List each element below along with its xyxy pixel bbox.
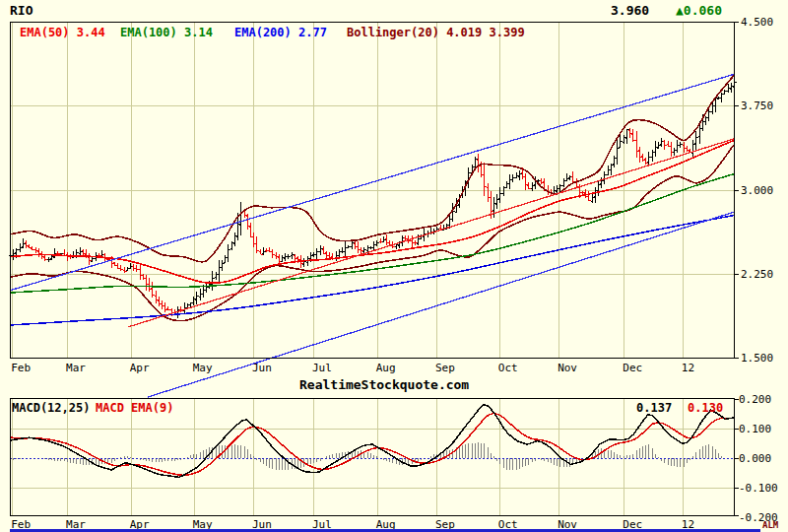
y-tick-label-main: 1.500 <box>741 352 773 365</box>
macd-current-value: 0.137 <box>636 401 672 415</box>
x-tick-label-macd: Apr <box>130 518 150 531</box>
legend-bollinger: Bollinger(20) 4.019 3.399 <box>347 26 525 39</box>
x-tick-label-macd: Jul <box>312 518 332 531</box>
x-tick-label-macd: Nov <box>558 518 577 531</box>
y-tick-label-macd: -0.100 <box>739 482 778 495</box>
x-tick-label-macd: Mar <box>66 518 86 531</box>
y-tick-label-main: 3.750 <box>741 100 773 112</box>
x-tick-label-main: Jun <box>252 362 272 374</box>
x-tick-label-main: Dec <box>623 362 642 374</box>
symbol-label: RIO <box>10 3 33 18</box>
legend-ema100: EMA(100) 3.14 <box>120 26 213 39</box>
next-panel-fragment: ALM <box>762 520 778 530</box>
x-tick-label-macd: 12 <box>682 518 694 531</box>
price-change up-arrow-icon: ▲0.060 <box>676 3 722 18</box>
x-tick-label-macd: Feb <box>11 518 31 531</box>
x-tick-label-macd: May <box>193 518 213 531</box>
x-tick-label-main: May <box>193 362 213 374</box>
x-tick-label-macd: Jun <box>252 518 272 531</box>
watermark-sitename: RealtimeStockquote.com <box>299 377 469 392</box>
x-tick-label-main: Jul <box>312 362 332 374</box>
y-tick-label-macd: 0.100 <box>739 423 771 435</box>
y-tick-label-main: 3.000 <box>741 184 773 197</box>
legend-ema50: EMA(50) 3.44 <box>20 26 105 39</box>
y-tick-label-macd: 0.200 <box>739 393 771 406</box>
x-tick-label-main: 12 <box>682 362 694 374</box>
x-tick-label-macd: Sep <box>435 518 455 531</box>
x-tick-label-main: Apr <box>130 362 150 374</box>
x-tick-label-macd: Dec <box>623 518 642 531</box>
x-tick-label-main: Oct <box>498 362 518 374</box>
stock-chart-page: RIO 3.960 ▲0.060 EMA(50) 3.44 EMA(100) 3… <box>0 0 788 532</box>
y-tick-label-macd: 0.000 <box>739 452 771 465</box>
x-tick-label-macd: Oct <box>498 518 518 531</box>
last-price: 3.960 <box>611 3 649 18</box>
x-tick-label-main: Sep <box>435 362 455 374</box>
macd-signal-current-value: 0.130 <box>688 401 723 415</box>
x-tick-label-main: Aug <box>376 362 396 374</box>
x-tick-label-main: Nov <box>558 362 577 374</box>
x-tick-label-main: Mar <box>66 362 86 374</box>
axis-labels-layer: FebFebMarMarAprAprMayMayJunJunJulJulAugA… <box>0 0 788 532</box>
y-tick-label-main: 2.250 <box>741 268 773 281</box>
macd-legend-label: MACD(12,25) <box>12 401 90 415</box>
x-tick-label-macd: Aug <box>376 518 396 531</box>
macd-signal-legend-label: MACD EMA(9) <box>96 401 173 415</box>
y-tick-label-main: 4.500 <box>741 16 773 29</box>
legend-ema200: EMA(200) 2.77 <box>234 26 327 39</box>
x-tick-label-main: Feb <box>11 362 31 374</box>
